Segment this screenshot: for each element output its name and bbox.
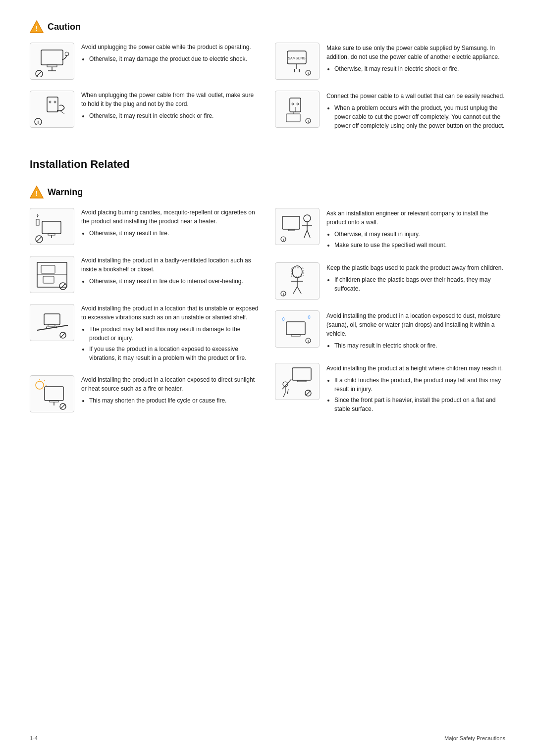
svg-text:SAMSUNG: SAMSUNG xyxy=(288,56,305,60)
svg-rect-9 xyxy=(47,97,58,112)
warning-rtext-1: Ask an installation engineer or relevant… xyxy=(326,208,505,252)
warning-list-4: This may shorten the product life cycle … xyxy=(89,396,260,405)
caution-icon-r1: SAMSUNG i xyxy=(275,43,320,80)
warning-rlist-4-item-2: Since the front part is heavier, install… xyxy=(334,396,505,413)
warning-rlist-1: Otherwise, it may result in injury. Make… xyxy=(334,230,505,250)
caution-entry-r1: SAMSUNG i Make sure to use only the powe… xyxy=(275,43,505,80)
svg-rect-45 xyxy=(44,314,60,325)
caution-icon: ! xyxy=(30,20,44,34)
svg-line-12 xyxy=(59,110,64,114)
svg-text:i: i xyxy=(308,71,309,76)
caution-icon-2: i xyxy=(30,91,74,128)
svg-line-87 xyxy=(287,389,288,394)
svg-rect-35 xyxy=(36,219,39,225)
svg-rect-46 xyxy=(48,325,55,326)
warning-icon-r2: i xyxy=(275,262,320,300)
warning-list-3-item-2: If you use the product in a location exp… xyxy=(89,345,260,362)
warning-text-4: Avoid installing the product in a locati… xyxy=(81,375,260,407)
footer-label: Major Safety Precautions xyxy=(444,735,505,741)
caution-list-1-item-1: Otherwise, it may damage the product due… xyxy=(89,54,260,63)
svg-rect-33 xyxy=(48,234,55,235)
warning-rlist-2: If children place the plastic bags over … xyxy=(334,275,505,293)
warning-entry-r1: i Ask an installation engineer or releva… xyxy=(275,208,505,252)
svg-line-90 xyxy=(306,391,311,396)
svg-rect-78 xyxy=(286,322,305,335)
caution-text-2: When unplugging the power cable from the… xyxy=(81,91,260,122)
warning-entry-r3: i Avoid installing the product in a loca… xyxy=(275,310,505,352)
warning-rlist-3: This may result in electric shock or fir… xyxy=(334,341,505,350)
warning-entry-4: Avoid installing the product in a locati… xyxy=(30,375,260,412)
svg-rect-40 xyxy=(41,265,55,273)
svg-line-86 xyxy=(282,379,291,389)
svg-rect-79 xyxy=(291,335,300,336)
caution-icon-r2: i xyxy=(275,91,320,128)
svg-rect-56 xyxy=(45,387,63,401)
svg-line-43 xyxy=(60,284,65,289)
svg-line-37 xyxy=(37,237,42,242)
svg-line-60 xyxy=(60,404,65,409)
caution-rlist-2-item-1: When a problem occurs with the product, … xyxy=(334,103,505,130)
footer: 1-4 Major Safety Precautions xyxy=(30,731,505,741)
warning-icon-3 xyxy=(30,304,74,341)
caution-rlist-1-item-1: Otherwise, it may result in electric sho… xyxy=(334,64,505,73)
svg-line-50 xyxy=(60,333,65,338)
svg-point-23 xyxy=(292,103,294,105)
warning-rtext-2: Keep the plastic bags used to pack the p… xyxy=(326,262,505,295)
svg-line-53 xyxy=(44,380,45,381)
svg-point-51 xyxy=(36,381,44,389)
warning-rtext-2-main: Keep the plastic bags used to pack the p… xyxy=(326,263,505,272)
caution-rlist-1: Otherwise, it may result in electric sho… xyxy=(334,64,505,73)
warning-list-4-item-1: This may shorten the product life cycle … xyxy=(89,396,260,405)
warning-rtext-1-main: Ask an installation engineer or relevant… xyxy=(326,209,505,227)
svg-rect-83 xyxy=(297,380,306,382)
svg-text:i: i xyxy=(283,238,284,242)
warning-rtext-4-main: Avoid installing the product at a height… xyxy=(326,364,505,373)
svg-point-24 xyxy=(297,103,299,105)
svg-rect-41 xyxy=(43,276,54,283)
caution-right-col: SAMSUNG i Make sure to use only the powe… xyxy=(275,43,505,143)
warning-rlist-1-item-2: Make sure to use the specified wall moun… xyxy=(334,241,505,250)
warning-icon-2 xyxy=(30,256,74,293)
warning-rtext-4: Avoid installing the product at a height… xyxy=(326,363,505,415)
caution-entry-1: Avoid unplugging the power cable while t… xyxy=(30,43,260,80)
svg-line-67 xyxy=(307,230,310,238)
svg-line-8 xyxy=(37,71,42,76)
installation-heading: Installation Related xyxy=(30,158,505,175)
warning-left-col: Avoid placing burning candles, mosquito-… xyxy=(30,208,260,426)
svg-rect-25 xyxy=(286,114,300,122)
caution-text-2-main: When unplugging the power cable from the… xyxy=(81,91,260,108)
warning-right-col: i Ask an installation engineer or releva… xyxy=(275,208,505,426)
warning-list-2: Otherwise, it may result in fire due to … xyxy=(89,277,260,286)
warning-entry-2: Avoid installing the product in a badly-… xyxy=(30,256,260,293)
svg-rect-32 xyxy=(42,221,61,234)
caution-text-1: Avoid unplugging the power cable while t… xyxy=(81,43,260,65)
warning-list-3: The product may fall and this may result… xyxy=(89,325,260,362)
warning-icon-1 xyxy=(30,208,74,245)
warning-rtext-3: Avoid installing the product in a locati… xyxy=(326,310,505,352)
svg-text:i: i xyxy=(308,119,309,124)
warning-list-1-item-1: Otherwise, it may result in fire. xyxy=(89,229,260,238)
warning-text-4-main: Avoid installing the product in a locati… xyxy=(81,375,260,393)
caution-entry-r2: i Connect the power cable to a wall outl… xyxy=(275,91,505,132)
svg-text:!: ! xyxy=(36,190,38,198)
svg-text:i: i xyxy=(308,339,309,344)
caution-text-1-main: Avoid unplugging the power cable while t… xyxy=(81,43,260,51)
warning-list-1: Otherwise, it may result in fire. xyxy=(89,229,260,238)
svg-rect-57 xyxy=(50,401,58,402)
svg-line-74 xyxy=(297,287,301,294)
svg-text:!: ! xyxy=(36,24,38,32)
svg-rect-2 xyxy=(41,50,63,65)
warning-title: Warning xyxy=(48,187,83,198)
warning-text-3-main: Avoid installing the product in a locati… xyxy=(81,304,260,322)
warning-header: ! Warning xyxy=(30,185,505,199)
warning-list-2-item-1: Otherwise, it may result in fire due to … xyxy=(89,277,260,286)
caution-list-2-item-1: Otherwise, it may result in electric sho… xyxy=(89,111,260,120)
svg-point-10 xyxy=(49,101,51,103)
warning-entry-r4: Avoid installing the product at a height… xyxy=(275,363,505,415)
caution-rlist-2: When a problem occurs with the product, … xyxy=(334,103,505,130)
warning-entry-3: Avoid installing the product in a locati… xyxy=(30,304,260,364)
caution-left-col: Avoid unplugging the power cable while t… xyxy=(30,43,260,143)
warning-entry-r2: i Keep the plastic bags used to pack the… xyxy=(275,262,505,300)
warning-text-2-main: Avoid installing the product in a badly-… xyxy=(81,256,260,274)
caution-columns: Avoid unplugging the power cable while t… xyxy=(30,43,505,143)
